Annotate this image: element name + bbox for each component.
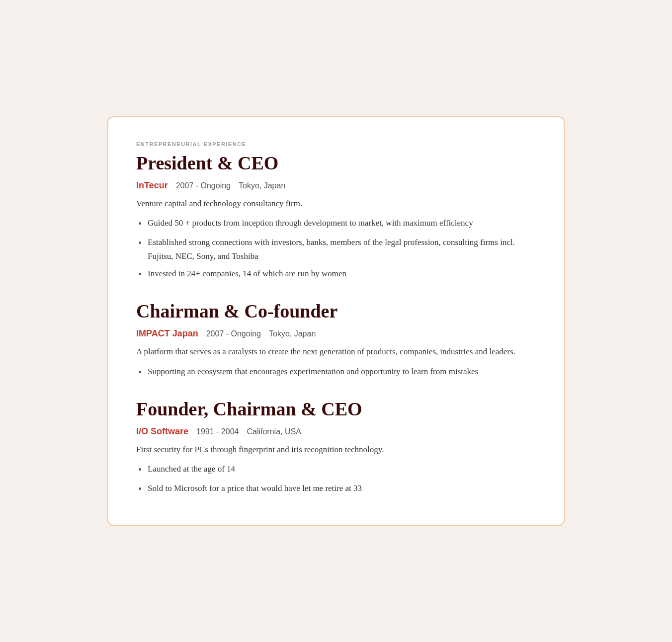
experience-container: President & CEOInTecur2007 - OngoingToky… [136,152,536,497]
job-dates-intecur: 2007 - Ongoing [176,181,231,190]
section-label: ENTREPRENEURIAL EXPERIENCE [136,141,536,147]
bullet-list-intecur: Guided 50 + products from inception thro… [138,216,536,282]
experience-block-impact-japan: Chairman & Co-founderIMPACT Japan2007 - … [136,300,536,380]
company-name-io-software: I/O Software [136,426,188,437]
job-dates-impact-japan: 2007 - Ongoing [206,329,261,338]
bullet-item-io-software-1: Sold to Microsoft for a price that would… [138,482,536,497]
job-description-io-software: First security for PCs through fingerpri… [136,443,536,456]
job-meta-intecur: InTecur2007 - OngoingTokyo, Japan [136,180,536,191]
job-description-intecur: Venture capital and technology consultan… [136,197,536,210]
job-meta-io-software: I/O Software1991 - 2004California, USA [136,426,536,437]
job-description-impact-japan: A platform that serves as a catalysts to… [136,345,536,358]
job-location-intecur: Tokyo, Japan [239,181,285,190]
bullet-list-io-software: Launched at the age of 14Sold to Microso… [138,462,536,497]
company-name-intecur: InTecur [136,180,168,191]
job-location-io-software: California, USA [247,427,301,436]
experience-block-intecur: President & CEOInTecur2007 - OngoingToky… [136,152,536,282]
bullet-item-intecur-1: Established strong connections with inve… [138,236,536,262]
bullet-item-intecur-2: Invested in 24+ companies, 14 of which a… [138,267,536,282]
company-name-impact-japan: IMPACT Japan [136,328,198,339]
bullet-item-impact-japan-0: Supporting an ecosystem that encourages … [138,365,536,380]
job-title-impact-japan: Chairman & Co-founder [136,300,536,323]
job-location-impact-japan: Tokyo, Japan [269,329,316,338]
job-title-io-software: Founder, Chairman & CEO [136,398,536,421]
bullet-item-io-software-0: Launched at the age of 14 [138,462,536,478]
bullet-item-intecur-0: Guided 50 + products from inception thro… [138,216,536,232]
job-dates-io-software: 1991 - 2004 [196,427,239,436]
job-title-intecur: President & CEO [136,152,536,175]
experience-block-io-software: Founder, Chairman & CEOI/O Software1991 … [136,398,536,497]
job-meta-impact-japan: IMPACT Japan2007 - OngoingTokyo, Japan [136,328,536,339]
resume-card: ENTREPRENEURIAL EXPERIENCE President & C… [107,116,565,526]
bullet-list-impact-japan: Supporting an ecosystem that encourages … [138,365,536,380]
